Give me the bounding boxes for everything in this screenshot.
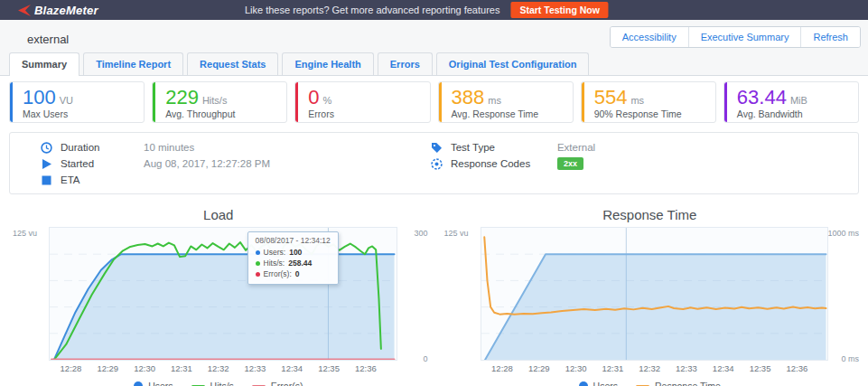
load-chart-canvas — [50, 228, 397, 360]
kpi-avg-response-time: 388ms Avg. Response Time — [438, 81, 574, 123]
legend-item-users[interactable]: Users — [579, 381, 618, 386]
users-bullet-icon — [256, 250, 260, 255]
kpi-value: 229 — [165, 87, 199, 108]
x-axis-tick-label: 12:34 — [713, 363, 734, 373]
accessibility-button[interactable]: Accessibility — [611, 27, 688, 47]
x-axis-tick-label: 12:33 — [245, 363, 266, 373]
kpi-accent — [724, 82, 727, 122]
tab-bar: Summary Timeline Report Request Stats En… — [0, 52, 868, 76]
load-chart-plot-area[interactable]: 08/08/2017 - 12:34:12 Users:100 Hits/s:2… — [49, 227, 397, 361]
detail-value: Aug 08, 2017, 12:27:28 PM — [144, 158, 270, 169]
x-axis-tick-label: 12:36 — [355, 363, 377, 373]
load-chart: Load 125 vu 300 0 08/08/2017 - 12:34:12 … — [9, 205, 428, 386]
detail-label: Duration — [61, 142, 144, 153]
detail-row-eta: ETA — [10, 172, 400, 188]
eta-stop-icon — [41, 174, 52, 186]
x-axis-tick-label: 12:29 — [97, 363, 118, 373]
kpi-label: 90% Response Time — [594, 108, 706, 119]
blazemeter-flame-icon — [18, 5, 31, 16]
kpi-unit: MiB — [790, 95, 807, 106]
kpi-unit: ms — [630, 95, 644, 106]
tab-errors[interactable]: Errors — [378, 52, 433, 75]
top-bar: BlazeMeter Like these reports? Get more … — [0, 0, 868, 20]
legend-item-hits-s[interactable]: Hits/s — [191, 381, 234, 386]
kpi-label: Avg. Bandwidth — [737, 108, 849, 119]
duration-clock-icon — [41, 142, 52, 154]
x-axis-tick-label: 12:31 — [171, 363, 192, 373]
legend-item-users[interactable]: Users — [134, 381, 173, 386]
kpi-avg-throughput: 229Hits/s Avg. Throughput — [152, 81, 287, 123]
detail-value: 10 minutes — [144, 142, 194, 153]
tab-original-test-configuration[interactable]: Original Test Configuration — [436, 52, 590, 75]
response-time-x-axis: 12:2812:2912:3012:3112:3212:3312:3412:35… — [481, 363, 829, 376]
kpi-value: 0 — [308, 87, 319, 108]
x-axis-tick-label: 12:35 — [750, 363, 771, 373]
response-codes-icon — [431, 158, 443, 170]
rt-left-axis-max-label: 125 vu — [444, 229, 469, 238]
legend-label: Users — [593, 381, 618, 386]
load-left-axis-max-label: 125 vu — [13, 229, 37, 238]
tab-timeline-report[interactable]: Timeline Report — [83, 52, 183, 75]
tab-request-stats[interactable]: Request Stats — [187, 52, 278, 75]
x-axis-tick-label: 12:35 — [318, 363, 340, 373]
kpi-errors: 0% Errors — [294, 81, 430, 123]
x-axis-tick-label: 12:30 — [565, 363, 587, 373]
rt-right-axis-max-label: 1000 ms — [827, 229, 859, 238]
kpi-value: 100 — [23, 87, 56, 108]
detail-row-test-type: Test Type External — [400, 139, 858, 155]
response-time-plot-area[interactable] — [481, 227, 829, 361]
tab-engine-health[interactable]: Engine Health — [282, 52, 373, 75]
x-axis-tick-label: 12:28 — [61, 363, 82, 373]
executive-summary-button[interactable]: Executive Summary — [688, 27, 801, 47]
legend-item-response-time[interactable]: Response Time — [636, 381, 721, 386]
kpi-max-users: 100VU Max Users — [9, 81, 145, 123]
load-right-axis-max-label: 300 — [414, 229, 427, 238]
tooltip-row-users: Users:100 — [256, 247, 331, 258]
x-axis-tick-label: 12:31 — [602, 363, 623, 373]
legend-dot-icon — [579, 381, 588, 386]
blazemeter-logo[interactable]: BlazeMeter — [18, 4, 98, 17]
response-time-canvas — [481, 228, 828, 360]
page-title: external — [27, 33, 69, 46]
details-left-column: Duration 10 minutes Started Aug 08, 2017… — [10, 139, 400, 188]
kpi-unit: Hits/s — [202, 95, 228, 106]
response-code-badge: 2xx — [557, 157, 583, 170]
legend-item-error-s-[interactable]: Error(s) — [252, 381, 303, 386]
x-axis-tick-label: 12:32 — [639, 363, 660, 373]
detail-label: Response Codes — [451, 158, 557, 169]
detail-row-duration: Duration 10 minutes — [10, 139, 400, 155]
detail-label: Started — [61, 158, 144, 169]
details-right-column: Test Type External Response Codes 2xx — [400, 139, 858, 188]
tab-summary[interactable]: Summary — [9, 52, 79, 76]
tooltip-row-errors: Error(s):0 — [256, 268, 331, 279]
detail-label: ETA — [61, 174, 144, 185]
x-axis-tick-label: 12:34 — [281, 363, 303, 373]
kpi-accent — [295, 82, 298, 122]
legend-label: Hits/s — [210, 381, 234, 386]
promo-text: Like these reports? Get more advanced re… — [245, 5, 500, 15]
kpi-accent — [153, 82, 155, 122]
kpi-label: Errors — [308, 108, 420, 119]
tooltip-row-hits: Hits/s:258.44 — [256, 258, 331, 268]
refresh-button[interactable]: Refresh — [800, 27, 860, 47]
load-chart-title: Load — [9, 205, 428, 227]
kpi-unit: ms — [488, 95, 501, 106]
load-chart-tooltip: 08/08/2017 - 12:34:12 Users:100 Hits/s:2… — [247, 231, 339, 285]
detail-row-response-codes: Response Codes 2xx — [400, 155, 858, 172]
header-action-buttons: Accessibility Executive Summary Refresh — [610, 26, 861, 48]
legend-label: Users — [148, 381, 173, 386]
x-axis-tick-label: 12:28 — [491, 363, 513, 373]
errors-bullet-icon — [256, 272, 260, 277]
response-time-legend: UsersResponse Time — [441, 379, 860, 386]
kpi-value: 63.44 — [737, 87, 787, 108]
response-time-chart-title: Response Time — [441, 205, 860, 227]
load-right-axis-min-label: 0 — [423, 354, 427, 363]
summary-content: 100VU Max Users 229Hits/s Avg. Throughpu… — [0, 76, 868, 386]
start-testing-now-button[interactable]: Start Testing Now — [510, 2, 608, 18]
response-time-chart: Response Time 125 vu 1000 ms 0 ms 12:281… — [441, 205, 860, 386]
kpi-avg-bandwidth: 63.44MiB Avg. Bandwidth — [723, 81, 859, 123]
x-axis-tick-label: 12:32 — [208, 363, 229, 373]
legend-dot-icon — [134, 381, 143, 386]
kpi-accent — [439, 82, 442, 122]
kpi-label: Avg. Throughput — [165, 108, 277, 119]
